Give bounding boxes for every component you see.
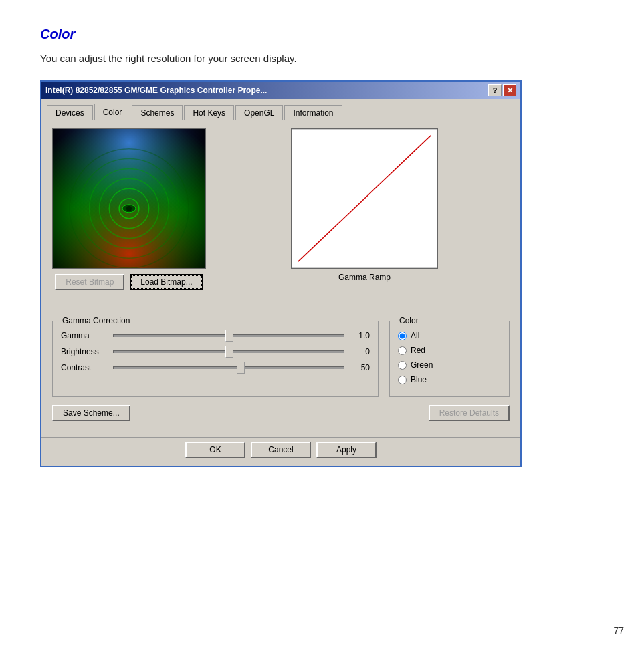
ok-button[interactable]: OK	[185, 442, 245, 458]
radio-green-row: Green	[398, 360, 501, 370]
brightness-slider-row: Brightness 0	[61, 347, 370, 356]
gamma-slider-track[interactable]	[113, 334, 344, 337]
bitmap-preview	[52, 128, 206, 269]
tabs-bar: Devices Color Schemes Hot Keys OpenGL In…	[41, 99, 520, 120]
dialog-titlebar: Intel(R) 82852/82855 GM/GME Graphics Con…	[41, 82, 520, 99]
dialog-footer: OK Cancel Apply	[41, 437, 520, 466]
load-bitmap-button[interactable]: Load Bitmap...	[130, 274, 203, 290]
radio-blue[interactable]	[398, 376, 407, 384]
svg-point-10	[126, 206, 132, 211]
radio-red[interactable]	[398, 346, 407, 355]
color-group: Color All Red Green Bl	[389, 321, 510, 397]
dialog-title: Intel(R) 82852/82855 GM/GME Graphics Con…	[45, 86, 267, 95]
apply-button[interactable]: Apply	[316, 442, 377, 458]
help-button[interactable]: ?	[488, 84, 502, 96]
bitmap-area: Reset Bitmap Load Bitmap...	[52, 128, 206, 290]
radio-blue-label: Blue	[411, 375, 427, 384]
bitmap-svg	[53, 129, 205, 268]
color-group-label: Color	[397, 316, 421, 326]
dialog-window: Intel(R) 82852/82855 GM/GME Graphics Con…	[40, 80, 522, 467]
radio-all[interactable]	[398, 332, 407, 340]
close-button[interactable]: ✕	[503, 84, 516, 96]
radio-green-label: Green	[411, 360, 433, 370]
contrast-slider-row: Contrast 50	[61, 363, 370, 372]
gamma-correction-label: Gamma Correction	[60, 316, 132, 326]
radio-blue-row: Blue	[398, 375, 501, 384]
contrast-label: Contrast	[61, 363, 108, 372]
brightness-label: Brightness	[61, 347, 108, 356]
contrast-slider-track[interactable]	[113, 366, 344, 369]
radio-green[interactable]	[398, 361, 407, 370]
page-title: Color	[40, 27, 604, 42]
tab-color[interactable]: Color	[94, 104, 131, 120]
tab-schemes[interactable]: Schemes	[132, 105, 183, 120]
radio-red-label: Red	[411, 346, 425, 355]
brightness-value: 0	[350, 347, 370, 356]
gamma-correction-group: Gamma Correction Gamma 1.0 Brightness	[52, 321, 379, 397]
restore-defaults-button[interactable]: Restore Defaults	[429, 405, 510, 421]
reset-bitmap-button[interactable]: Reset Bitmap	[55, 274, 124, 290]
scheme-buttons-row: Save Scheme... Restore Defaults	[52, 405, 510, 421]
gamma-ramp-area: Gamma Ramp	[219, 128, 510, 282]
tab-hotkeys[interactable]: Hot Keys	[184, 105, 234, 120]
gamma-value: 1.0	[350, 331, 370, 340]
gamma-slider-row: Gamma 1.0	[61, 331, 370, 340]
contrast-slider-thumb[interactable]	[237, 362, 245, 374]
page-number: 77	[613, 625, 624, 636]
gamma-ramp-label: Gamma Ramp	[338, 273, 391, 282]
tab-devices[interactable]: Devices	[47, 105, 93, 120]
bitmap-buttons: Reset Bitmap Load Bitmap...	[55, 274, 203, 290]
gamma-ramp-svg	[291, 128, 438, 269]
contrast-value: 50	[350, 363, 370, 372]
top-row: Reset Bitmap Load Bitmap... Gamma Ramp	[52, 128, 510, 290]
titlebar-buttons: ? ✕	[488, 84, 516, 96]
dialog-body: Reset Bitmap Load Bitmap... Gamma Ramp	[41, 120, 520, 437]
tab-information[interactable]: Information	[284, 105, 342, 120]
radio-all-row: All	[398, 331, 501, 340]
radio-all-label: All	[411, 331, 419, 340]
gamma-label: Gamma	[61, 331, 108, 340]
tab-opengl[interactable]: OpenGL	[235, 105, 283, 120]
brightness-slider-thumb[interactable]	[225, 346, 233, 358]
radio-red-row: Red	[398, 346, 501, 355]
cancel-button[interactable]: Cancel	[251, 442, 311, 458]
gamma-slider-thumb[interactable]	[225, 330, 233, 342]
brightness-slider-track[interactable]	[113, 350, 344, 353]
controls-row: Gamma Correction Gamma 1.0 Brightness	[52, 321, 510, 397]
save-scheme-button[interactable]: Save Scheme...	[52, 405, 130, 421]
page-description: You can adjust the right resolution for …	[40, 53, 604, 64]
